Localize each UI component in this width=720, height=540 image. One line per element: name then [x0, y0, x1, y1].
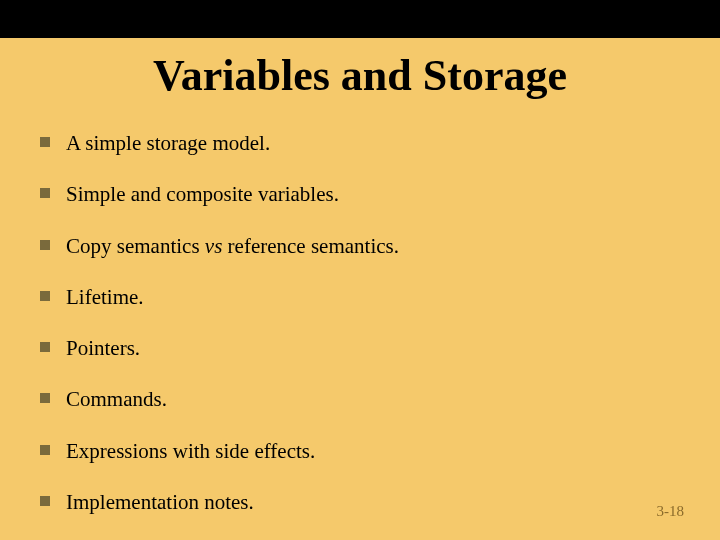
- bullet-icon: [40, 342, 50, 352]
- list-item-text: Commands.: [66, 386, 167, 413]
- list-item: Implementation notes.: [40, 489, 680, 516]
- bullet-icon: [40, 240, 50, 250]
- bullet-icon: [40, 393, 50, 403]
- list-item: Copy semantics vs reference semantics.: [40, 233, 680, 260]
- list-item-text: Lifetime.: [66, 284, 144, 311]
- slide-title: Variables and Storage: [0, 50, 720, 101]
- bullet-list: A simple storage model. Simple and compo…: [40, 130, 680, 540]
- list-item-text: Pointers.: [66, 335, 140, 362]
- list-item-text: A simple storage model.: [66, 130, 270, 157]
- bullet-icon: [40, 445, 50, 455]
- list-item-text: Expressions with side effects.: [66, 438, 315, 465]
- list-item-text: Copy semantics vs reference semantics.: [66, 233, 399, 260]
- list-item: Lifetime.: [40, 284, 680, 311]
- bullet-icon: [40, 496, 50, 506]
- list-item: A simple storage model.: [40, 130, 680, 157]
- list-item: Simple and composite variables.: [40, 181, 680, 208]
- list-item: Expressions with side effects.: [40, 438, 680, 465]
- list-item-text: Implementation notes.: [66, 489, 254, 516]
- list-item-text: Simple and composite variables.: [66, 181, 339, 208]
- bullet-icon: [40, 188, 50, 198]
- bullet-icon: [40, 291, 50, 301]
- list-item: Pointers.: [40, 335, 680, 362]
- list-item: Commands.: [40, 386, 680, 413]
- bullet-icon: [40, 137, 50, 147]
- top-bar: [0, 0, 720, 38]
- page-number: 3-18: [657, 503, 685, 520]
